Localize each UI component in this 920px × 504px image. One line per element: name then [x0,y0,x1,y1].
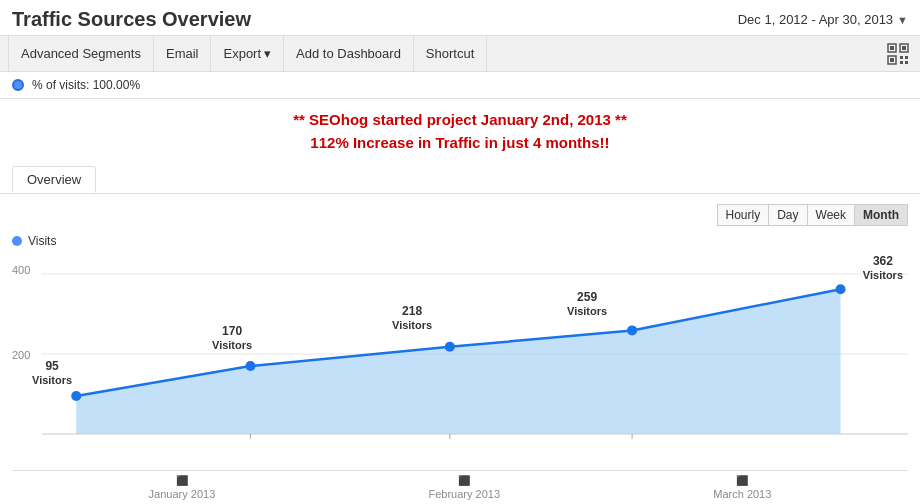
visitors-95: 95 [45,359,58,373]
label-95: 95 Visitors [32,359,72,387]
visitors-170: 170 [222,324,242,338]
annotation-line1: ** SEOhog started project January 2nd, 2… [0,109,920,132]
toolbar: Advanced Segments Email Export ▾ Add to … [0,36,920,72]
email-button[interactable]: Email [154,36,212,72]
x-axis: ⬛ January 2013 ⬛ February 2013 ▼ ⬛ March… [12,470,908,504]
segment-label: % of visits: 100.00% [32,78,140,92]
visitors-label-2: Visitors [212,339,252,351]
y-axis-200: 200 [12,349,30,361]
data-point-1 [71,391,81,401]
chart-svg [42,254,908,454]
month-button[interactable]: Month [854,204,908,226]
svg-rect-8 [900,61,903,64]
x-nav-icon-feb: ⬛ [458,475,470,486]
legend-dot [12,236,22,246]
legend-label: Visits [28,234,56,248]
svg-rect-6 [900,56,903,59]
tabs-bar: Overview [0,158,920,193]
segment-dot [12,79,24,91]
chart-legend: Visits [12,234,908,248]
hourly-button[interactable]: Hourly [717,204,769,226]
svg-rect-1 [890,46,894,50]
date-range-arrow-icon: ▼ [897,14,908,26]
label-259: 259 Visitors [567,290,607,318]
visitors-362: 362 [873,254,893,268]
y-axis-400: 400 [12,264,30,276]
main-content: ** SEOhog started project January 2nd, 2… [0,99,920,504]
export-arrow-icon: ▾ [264,36,271,72]
shortcut-button[interactable]: Shortcut [414,36,487,72]
label-362: 362 Visitors [863,254,903,282]
x-label-feb-text: February 2013 [429,488,501,500]
visitors-label-1: Visitors [32,374,72,386]
date-range-text: Dec 1, 2012 - Apr 30, 2013 [738,12,893,27]
visitors-218: 218 [402,304,422,318]
qr-icon[interactable] [884,40,912,68]
date-range-container[interactable]: Dec 1, 2012 - Apr 30, 2013 ▼ [738,12,908,27]
visitors-label-4: Visitors [567,305,607,317]
svg-rect-3 [902,46,906,50]
x-label-jan: ⬛ January 2013 [149,475,216,504]
annotation-box: ** SEOhog started project January 2nd, 2… [0,99,920,158]
svg-rect-7 [905,56,908,59]
svg-rect-5 [890,58,894,62]
data-point-4 [627,325,637,335]
advanced-segments-button[interactable]: Advanced Segments [8,36,154,72]
tab-overview[interactable]: Overview [12,166,96,193]
data-point-2 [245,361,255,371]
day-button[interactable]: Day [768,204,806,226]
data-point-5 [835,284,845,294]
time-buttons: Hourly Day Week Month [12,204,908,226]
svg-rect-9 [905,61,908,64]
x-label-jan-text: January 2013 [149,488,216,500]
visitors-259: 259 [577,290,597,304]
page-title: Traffic Sources Overview [12,8,251,31]
data-point-3 [445,342,455,352]
x-label-feb: ⬛ February 2013 ▼ [429,475,501,504]
x-label-mar: ⬛ March 2013 [713,475,771,504]
x-nav-icon-mar: ⬛ [736,475,748,486]
visitors-label-5: Visitors [863,269,903,281]
x-label-mar-text: March 2013 [713,488,771,500]
export-label: Export [223,36,261,72]
label-218: 218 Visitors [392,304,432,332]
add-to-dashboard-button[interactable]: Add to Dashboard [284,36,414,72]
export-button[interactable]: Export ▾ [211,36,284,72]
x-nav-icon-jan: ⬛ [176,475,188,486]
annotation-text: ** SEOhog started project January 2nd, 2… [0,109,920,154]
chart-section: Hourly Day Week Month Visits 400 200 [0,193,920,504]
chart-container: 400 200 [12,254,908,474]
week-button[interactable]: Week [807,204,854,226]
segment-bar: % of visits: 100.00% [0,72,920,99]
label-170: 170 Visitors [212,324,252,352]
annotation-line2: 112% Increase in Traffic in just 4 month… [0,132,920,155]
visitors-label-3: Visitors [392,319,432,331]
header-bar: Traffic Sources Overview Dec 1, 2012 - A… [0,0,920,36]
